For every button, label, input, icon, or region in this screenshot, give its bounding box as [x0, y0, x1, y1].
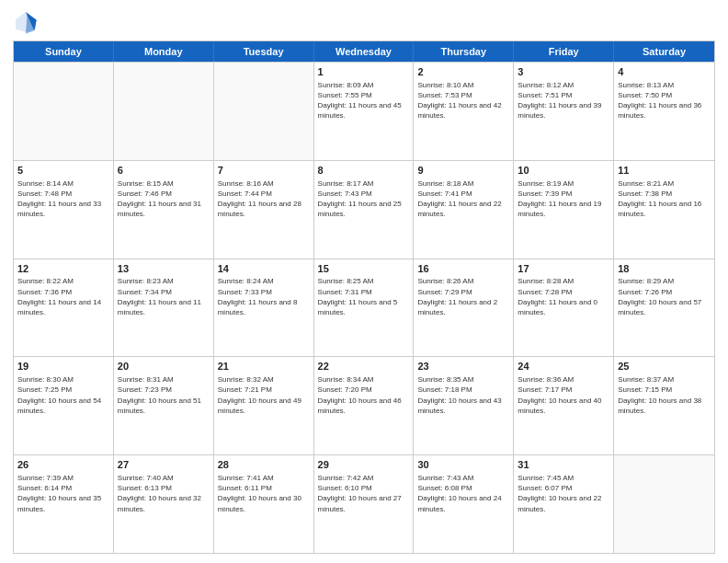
calendar-row: 1Sunrise: 8:09 AM Sunset: 7:55 PM Daylig…	[14, 62, 714, 160]
day-number: 14	[218, 262, 310, 276]
page: SundayMondayTuesdayWednesdayThursdayFrid…	[0, 0, 728, 563]
day-number: 7	[218, 164, 310, 178]
day-number: 17	[518, 262, 609, 276]
day-number: 21	[218, 360, 310, 373]
day-number: 28	[218, 458, 310, 472]
calendar-cell: 27Sunrise: 7:40 AM Sunset: 6:13 PM Dayli…	[114, 455, 214, 553]
calendar-cell: 6Sunrise: 8:15 AM Sunset: 7:46 PM Daylig…	[114, 161, 214, 259]
cell-info: Sunrise: 8:10 AM Sunset: 7:53 PM Dayligh…	[417, 80, 509, 121]
calendar-cell: 20Sunrise: 8:31 AM Sunset: 7:23 PM Dayli…	[114, 357, 214, 454]
cell-info: Sunrise: 8:13 AM Sunset: 7:50 PM Dayligh…	[618, 80, 711, 121]
day-number: 19	[17, 360, 109, 373]
calendar-cell: 12Sunrise: 8:22 AM Sunset: 7:36 PM Dayli…	[14, 259, 114, 357]
calendar-cell	[114, 63, 214, 160]
day-number: 23	[417, 360, 509, 373]
day-number: 3	[518, 65, 609, 79]
weekday-header: Friday	[514, 41, 614, 62]
day-number: 11	[618, 164, 711, 178]
calendar-cell: 17Sunrise: 8:28 AM Sunset: 7:28 PM Dayli…	[514, 259, 614, 357]
day-number: 16	[417, 262, 509, 276]
weekday-header: Wednesday	[314, 41, 415, 62]
cell-info: Sunrise: 8:23 AM Sunset: 7:34 PM Dayligh…	[118, 276, 210, 317]
calendar-cell: 30Sunrise: 7:43 AM Sunset: 6:08 PM Dayli…	[414, 455, 514, 553]
day-number: 27	[118, 458, 210, 472]
calendar-row: 26Sunrise: 7:39 AM Sunset: 6:14 PM Dayli…	[14, 454, 714, 553]
calendar-row: 19Sunrise: 8:30 AM Sunset: 7:25 PM Dayli…	[14, 356, 714, 454]
cell-info: Sunrise: 7:39 AM Sunset: 6:14 PM Dayligh…	[17, 473, 109, 514]
logo	[13, 9, 42, 35]
calendar-cell: 16Sunrise: 8:26 AM Sunset: 7:29 PM Dayli…	[414, 259, 514, 357]
calendar-cell: 11Sunrise: 8:21 AM Sunset: 7:38 PM Dayli…	[614, 161, 714, 259]
day-number: 30	[417, 458, 509, 472]
calendar-cell: 31Sunrise: 7:45 AM Sunset: 6:07 PM Dayli…	[514, 455, 614, 553]
cell-info: Sunrise: 8:21 AM Sunset: 7:38 PM Dayligh…	[618, 178, 711, 220]
calendar-row: 5Sunrise: 8:14 AM Sunset: 7:48 PM Daylig…	[14, 160, 714, 259]
calendar-cell: 24Sunrise: 8:36 AM Sunset: 7:17 PM Dayli…	[514, 357, 614, 454]
day-number: 5	[17, 164, 109, 178]
day-number: 6	[118, 164, 210, 178]
calendar-cell: 18Sunrise: 8:29 AM Sunset: 7:26 PM Dayli…	[614, 259, 714, 357]
calendar-cell: 5Sunrise: 8:14 AM Sunset: 7:48 PM Daylig…	[14, 161, 114, 259]
calendar-cell: 1Sunrise: 8:09 AM Sunset: 7:55 PM Daylig…	[314, 63, 415, 160]
cell-info: Sunrise: 8:15 AM Sunset: 7:46 PM Dayligh…	[118, 178, 210, 220]
cell-info: Sunrise: 7:40 AM Sunset: 6:13 PM Dayligh…	[118, 473, 210, 514]
calendar-cell: 2Sunrise: 8:10 AM Sunset: 7:53 PM Daylig…	[414, 63, 514, 160]
day-number: 20	[118, 360, 210, 373]
cell-info: Sunrise: 8:26 AM Sunset: 7:29 PM Dayligh…	[417, 276, 509, 317]
calendar-cell: 15Sunrise: 8:25 AM Sunset: 7:31 PM Dayli…	[314, 259, 415, 357]
cell-info: Sunrise: 8:25 AM Sunset: 7:31 PM Dayligh…	[318, 276, 410, 317]
calendar-cell: 26Sunrise: 7:39 AM Sunset: 6:14 PM Dayli…	[14, 455, 114, 553]
day-number: 26	[17, 458, 109, 472]
cell-info: Sunrise: 8:22 AM Sunset: 7:36 PM Dayligh…	[17, 276, 109, 317]
header	[13, 9, 715, 35]
cell-info: Sunrise: 8:16 AM Sunset: 7:44 PM Dayligh…	[218, 178, 310, 220]
calendar-cell: 19Sunrise: 8:30 AM Sunset: 7:25 PM Dayli…	[14, 357, 114, 454]
cell-info: Sunrise: 8:34 AM Sunset: 7:20 PM Dayligh…	[318, 374, 410, 416]
cell-info: Sunrise: 8:17 AM Sunset: 7:43 PM Dayligh…	[318, 178, 410, 220]
calendar-cell	[614, 455, 714, 553]
calendar-header: SundayMondayTuesdayWednesdayThursdayFrid…	[14, 41, 714, 62]
weekday-header: Thursday	[414, 41, 514, 62]
weekday-header: Tuesday	[214, 41, 314, 62]
calendar-cell	[214, 63, 314, 160]
day-number: 2	[417, 65, 509, 79]
cell-info: Sunrise: 8:09 AM Sunset: 7:55 PM Dayligh…	[318, 80, 410, 121]
day-number: 29	[318, 458, 410, 472]
day-number: 31	[518, 458, 609, 472]
calendar-cell: 22Sunrise: 8:34 AM Sunset: 7:20 PM Dayli…	[314, 357, 415, 454]
logo-icon	[13, 9, 39, 35]
calendar-cell: 7Sunrise: 8:16 AM Sunset: 7:44 PM Daylig…	[214, 161, 314, 259]
cell-info: Sunrise: 7:45 AM Sunset: 6:07 PM Dayligh…	[518, 473, 609, 514]
cell-info: Sunrise: 8:28 AM Sunset: 7:28 PM Dayligh…	[518, 276, 609, 317]
day-number: 4	[618, 65, 711, 79]
calendar-cell: 3Sunrise: 8:12 AM Sunset: 7:51 PM Daylig…	[514, 63, 614, 160]
cell-info: Sunrise: 8:14 AM Sunset: 7:48 PM Dayligh…	[17, 178, 109, 220]
day-number: 9	[417, 164, 509, 178]
cell-info: Sunrise: 7:41 AM Sunset: 6:11 PM Dayligh…	[218, 473, 310, 514]
day-number: 8	[318, 164, 410, 178]
calendar-cell: 28Sunrise: 7:41 AM Sunset: 6:11 PM Dayli…	[214, 455, 314, 553]
cell-info: Sunrise: 7:42 AM Sunset: 6:10 PM Dayligh…	[318, 473, 410, 514]
cell-info: Sunrise: 8:12 AM Sunset: 7:51 PM Dayligh…	[518, 80, 609, 121]
cell-info: Sunrise: 8:36 AM Sunset: 7:17 PM Dayligh…	[518, 374, 609, 416]
calendar-cell: 29Sunrise: 7:42 AM Sunset: 6:10 PM Dayli…	[314, 455, 415, 553]
cell-info: Sunrise: 8:30 AM Sunset: 7:25 PM Dayligh…	[17, 374, 109, 416]
weekday-header: Saturday	[614, 41, 714, 62]
day-number: 22	[318, 360, 410, 373]
calendar-cell: 21Sunrise: 8:32 AM Sunset: 7:21 PM Dayli…	[214, 357, 314, 454]
cell-info: Sunrise: 8:24 AM Sunset: 7:33 PM Dayligh…	[218, 276, 310, 317]
day-number: 12	[17, 262, 109, 276]
calendar-row: 12Sunrise: 8:22 AM Sunset: 7:36 PM Dayli…	[14, 259, 714, 357]
cell-info: Sunrise: 7:43 AM Sunset: 6:08 PM Dayligh…	[417, 473, 509, 514]
calendar-cell: 14Sunrise: 8:24 AM Sunset: 7:33 PM Dayli…	[214, 259, 314, 357]
calendar-cell: 10Sunrise: 8:19 AM Sunset: 7:39 PM Dayli…	[514, 161, 614, 259]
cell-info: Sunrise: 8:37 AM Sunset: 7:15 PM Dayligh…	[618, 374, 711, 416]
calendar-cell: 4Sunrise: 8:13 AM Sunset: 7:50 PM Daylig…	[614, 63, 714, 160]
calendar-cell: 9Sunrise: 8:18 AM Sunset: 7:41 PM Daylig…	[414, 161, 514, 259]
calendar-cell: 23Sunrise: 8:35 AM Sunset: 7:18 PM Dayli…	[414, 357, 514, 454]
day-number: 24	[518, 360, 609, 373]
day-number: 10	[518, 164, 609, 178]
cell-info: Sunrise: 8:31 AM Sunset: 7:23 PM Dayligh…	[118, 374, 210, 416]
calendar: SundayMondayTuesdayWednesdayThursdayFrid…	[13, 40, 715, 554]
weekday-header: Monday	[114, 41, 214, 62]
